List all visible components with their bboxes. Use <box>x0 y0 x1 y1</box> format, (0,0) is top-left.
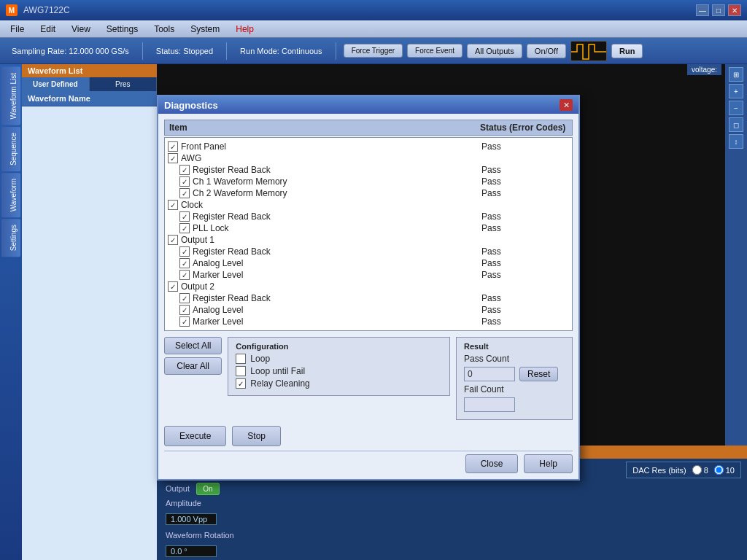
diag-row-pll: PLL Lock Pass <box>168 222 569 234</box>
diag-row-clock: Clock <box>168 199 569 211</box>
relay-cleaning-checkbox[interactable] <box>236 378 246 389</box>
loop-until-fail-label: Loop until Fail <box>250 366 305 376</box>
label-ch2-mem: Ch 2 Waveform Memory <box>193 188 481 198</box>
close-button[interactable]: Close <box>465 454 519 473</box>
status-clock-reg: Pass <box>481 211 569 222</box>
diag-row-out2-marker: Marker Level Pass <box>168 316 569 327</box>
checkbox-awg[interactable] <box>168 153 178 163</box>
status-awg-reg: Pass <box>481 165 569 175</box>
config-title: Configuration <box>236 342 442 351</box>
dialog-body: Item Status (Error Codes) Front Panel Pa… <box>158 114 578 479</box>
checkbox-clock[interactable] <box>168 200 178 210</box>
checkbox-out2-marker[interactable] <box>179 316 190 327</box>
label-out1-marker: Marker Level <box>193 270 481 280</box>
diag-row-output2: Output 2 <box>168 281 569 292</box>
execute-row: Execute Stop <box>164 426 573 446</box>
status-ch2-mem: Pass <box>481 188 569 198</box>
status-out1-marker: Pass <box>481 270 569 280</box>
clear-all-button[interactable]: Clear All <box>164 357 222 375</box>
dialog-title-bar: Diagnostics ✕ <box>158 96 578 114</box>
diag-row-awg: AWG <box>168 152 569 164</box>
loop-until-fail-checkbox[interactable] <box>236 366 246 376</box>
diag-row-front-panel: Front Panel Pass <box>168 141 569 152</box>
execute-button[interactable]: Execute <box>164 426 226 446</box>
status-out1-analog: Pass <box>481 258 569 268</box>
loop-until-fail-row: Loop until Fail <box>236 366 442 376</box>
diag-row-out1-reg: Register Read Back Pass <box>168 246 569 257</box>
status-out2-analog: Pass <box>481 305 569 315</box>
diag-row-ch2-mem: Ch 2 Waveform Memory Pass <box>168 187 569 199</box>
label-out1-reg: Register Read Back <box>193 246 481 257</box>
checkbox-out1-reg[interactable] <box>179 246 190 257</box>
loop-label: Loop <box>250 354 270 364</box>
checkbox-out1-marker[interactable] <box>179 270 190 280</box>
col-status-header: Status (Error Codes) <box>480 122 568 133</box>
checkbox-out2-analog[interactable] <box>179 305 190 315</box>
checkbox-ch2-mem[interactable] <box>179 188 190 198</box>
help-button[interactable]: Help <box>524 454 573 473</box>
status-out2-reg: Pass <box>481 293 569 303</box>
status-out1-reg: Pass <box>481 246 569 257</box>
fail-count-input-row <box>464 397 565 412</box>
stop-button[interactable]: Stop <box>232 426 281 446</box>
status-pll: Pass <box>481 223 569 233</box>
label-ch1-mem: Ch 1 Waveform Memory <box>193 176 481 187</box>
diag-row-out1-analog: Analog Level Pass <box>168 257 569 269</box>
pass-count-input-row: Reset <box>464 367 565 381</box>
checkbox-out1-analog[interactable] <box>179 258 190 268</box>
checkbox-out2-reg[interactable] <box>179 293 190 303</box>
checkbox-output2[interactable] <box>168 281 178 292</box>
checkbox-awg-reg[interactable] <box>179 165 190 175</box>
status-out2-marker: Pass <box>481 316 569 327</box>
pass-count-input[interactable] <box>464 367 515 381</box>
label-clock: Clock <box>181 200 481 210</box>
fail-count-row: Fail Count <box>464 384 565 394</box>
result-section: Result Pass Count Reset Fail Count <box>456 337 573 420</box>
configuration-section: Configuration Loop Loop until Fail Relay… <box>228 337 450 396</box>
fail-count-label: Fail Count <box>464 384 504 394</box>
relay-cleaning-label: Relay Cleaning <box>250 378 309 389</box>
col-item-header: Item <box>169 122 480 133</box>
diagnostics-list: Front Panel Pass AWG Register Read Back … <box>164 137 573 331</box>
loop-checkbox[interactable] <box>236 354 246 364</box>
label-awg-reg: Register Read Back <box>193 165 481 175</box>
checkbox-ch1-mem[interactable] <box>179 176 190 187</box>
checkbox-output1[interactable] <box>168 235 178 245</box>
diag-row-out1-marker: Marker Level Pass <box>168 269 569 281</box>
dialog-overlay: Diagnostics ✕ Item Status (Error Codes) … <box>0 0 747 560</box>
label-pll: PLL Lock <box>193 223 481 233</box>
pass-count-row: Pass Count <box>464 354 565 364</box>
diag-row-awg-reg: Register Read Back Pass <box>168 164 569 176</box>
label-awg: AWG <box>181 153 481 163</box>
reset-button[interactable]: Reset <box>519 367 558 381</box>
label-output1: Output 1 <box>181 235 481 245</box>
checkbox-front-panel[interactable] <box>168 141 178 152</box>
fail-count-input[interactable] <box>464 397 515 412</box>
pass-count-label: Pass Count <box>464 354 509 364</box>
loop-row: Loop <box>236 354 442 364</box>
diag-row-ch1-mem: Ch 1 Waveform Memory Pass <box>168 176 569 187</box>
select-all-button[interactable]: Select All <box>164 337 222 354</box>
label-out1-analog: Analog Level <box>193 258 481 268</box>
dialog-footer-top: Select All Clear All Configuration Loop … <box>164 337 573 420</box>
label-out2-reg: Register Read Back <box>193 293 481 303</box>
checkbox-clock-reg[interactable] <box>179 211 190 222</box>
select-clear-buttons: Select All Clear All <box>164 337 222 375</box>
diag-row-clock-reg: Register Read Back Pass <box>168 211 569 222</box>
dialog-title-text: Diagnostics <box>164 100 218 111</box>
status-front-panel: Pass <box>481 141 569 152</box>
diag-row-output1: Output 1 <box>168 234 569 246</box>
label-clock-reg: Register Read Back <box>193 211 481 222</box>
label-out2-analog: Analog Level <box>193 305 481 315</box>
label-out2-marker: Marker Level <box>193 316 481 327</box>
label-front-panel: Front Panel <box>181 141 481 152</box>
dialog-close-button[interactable]: ✕ <box>560 99 573 111</box>
relay-cleaning-row: Relay Cleaning <box>236 378 442 389</box>
label-output2: Output 2 <box>181 281 481 292</box>
result-title: Result <box>464 342 565 351</box>
diag-row-out2-reg: Register Read Back Pass <box>168 292 569 304</box>
checkbox-pll[interactable] <box>179 223 190 233</box>
diag-row-out2-analog: Analog Level Pass <box>168 304 569 316</box>
diagnostics-dialog: Diagnostics ✕ Item Status (Error Codes) … <box>157 95 580 481</box>
dialog-bottom-buttons: Close Help <box>164 451 573 473</box>
